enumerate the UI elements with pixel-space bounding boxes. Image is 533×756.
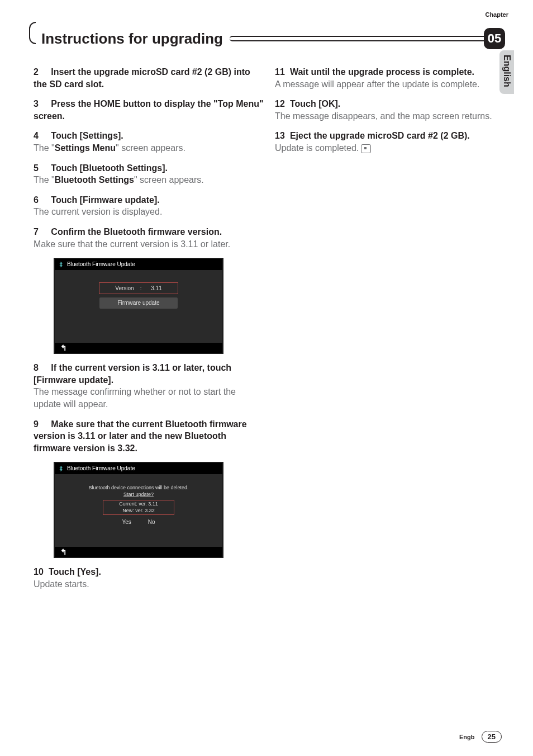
step-4: 4 Touch [Settings]. The "Settings Menu" …	[34, 130, 264, 154]
screenshot-firmware-version: Bluetooth Firmware Update Version : 3.11…	[54, 258, 223, 354]
version-compare-box: Current: ver. 3.11 New: ver. 3.32	[103, 500, 174, 515]
step-5: 5 Touch [Bluetooth Settings]. The "Bluet…	[34, 162, 264, 186]
step-11: 11 Wait until the upgrade process is com…	[275, 66, 505, 90]
bluetooth-icon	[58, 466, 64, 471]
bluetooth-icon	[58, 262, 64, 267]
step-6: 6 Touch [Firmware update]. The current v…	[34, 194, 264, 218]
no-button: No	[148, 518, 155, 526]
step-10: 10 Touch [Yes]. Update starts.	[34, 566, 264, 590]
step-2: 2 Insert the upgrade microSD card #2 (2 …	[34, 66, 264, 90]
step-9: 9 Make sure that the current Bluetooth f…	[34, 418, 264, 455]
footer-language-code: Engb	[459, 734, 475, 740]
confirm-message-line2: Start update?	[55, 491, 222, 498]
step-8: 8 If the current version is 3.11 or late…	[34, 362, 264, 410]
firmware-update-button: Firmware update	[99, 297, 178, 309]
step-12: 12 Touch [OK]. The message disappears, a…	[275, 98, 505, 122]
footer-page-number: 25	[482, 731, 502, 743]
step-13: 13 Eject the upgrade microSD card #2 (2 …	[275, 130, 505, 154]
right-column: 11 Wait until the upgrade process is com…	[275, 66, 505, 598]
back-icon: ↰	[60, 343, 67, 353]
language-tab: English	[499, 50, 514, 94]
version-display: Version : 3.11	[99, 282, 178, 295]
confirm-message-line1: Bluetooth device connections will be del…	[55, 484, 222, 491]
chapter-number-badge: 05	[484, 28, 505, 49]
screenshot-title: Bluetooth Firmware Update	[67, 261, 135, 268]
left-column: 2 Insert the upgrade microSD card #2 (2 …	[34, 66, 264, 598]
title-bar: Instructions for upgrading 05	[34, 28, 505, 49]
step-3: 3 Press the HOME button to display the "…	[34, 98, 264, 122]
page-footer: Engb 25	[459, 731, 502, 743]
step-7: 7 Confirm the Bluetooth firmware version…	[34, 226, 264, 250]
page-title: Instructions for upgrading	[41, 30, 223, 47]
back-icon: ↰	[60, 547, 67, 557]
screenshot-title: Bluetooth Firmware Update	[67, 465, 135, 472]
chapter-label: Chapter	[485, 11, 508, 18]
end-section-icon	[361, 144, 371, 153]
screenshot-confirm-update: Bluetooth Firmware Update Bluetooth devi…	[54, 462, 223, 558]
yes-button: Yes	[122, 518, 131, 526]
